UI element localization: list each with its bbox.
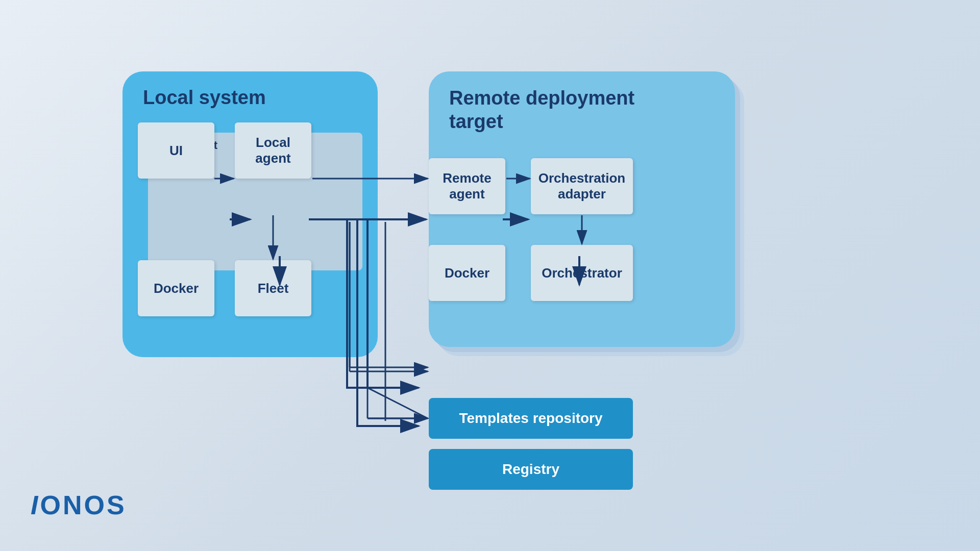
remote-system-title: Remote deploymenttarget — [439, 82, 725, 133]
diagram-container: Local system Local client Remote deploym… — [112, 41, 776, 500]
orchestration-adapter-label: Orchestrationadapter — [538, 170, 626, 202]
registry-box: Registry — [429, 449, 633, 490]
local-agent-box: Localagent — [235, 122, 311, 179]
orchestration-adapter-box: Orchestrationadapter — [531, 158, 633, 214]
docker-local-box: Docker — [138, 260, 214, 316]
docker-remote-box: Docker — [429, 245, 505, 301]
ionos-i: I — [31, 490, 40, 520]
templates-repo-box: Templates repository — [429, 398, 633, 439]
local-system-title: Local system — [133, 82, 368, 109]
ionos-logo: IONOS — [31, 490, 127, 520]
fleet-box: Fleet — [235, 260, 311, 316]
remote-agent-box: Remoteagent — [429, 158, 505, 214]
orchestrator-box: Orchestrator — [531, 245, 633, 301]
svg-line-11 — [368, 388, 428, 418]
remote-agent-label: Remoteagent — [443, 170, 491, 202]
local-agent-label: Localagent — [255, 135, 290, 166]
ui-box: UI — [138, 122, 214, 179]
ionos-text: ONOS — [40, 490, 126, 520]
remote-system-container: Remote deploymenttarget — [429, 71, 745, 357]
